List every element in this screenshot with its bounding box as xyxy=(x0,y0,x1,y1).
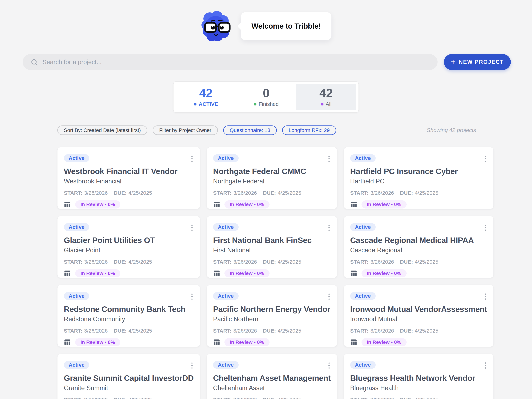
progress-status-pill: In Review • 0% xyxy=(361,269,407,277)
project-card[interactable]: Active Cascade Regional Medical HIPAA Ca… xyxy=(344,216,494,278)
welcome-text: Welcome to Tribble! xyxy=(252,22,321,30)
longform-rfx-chip[interactable]: Longform RFx: 29 xyxy=(282,125,336,135)
project-dates: START: 3/26/2026 DUE: 4/25/2025 xyxy=(350,328,487,334)
due-date: 4/25/2025 xyxy=(415,328,438,334)
project-card[interactable]: Active Westbrook Financial IT Vendor Wes… xyxy=(57,147,200,209)
start-date: 3/26/2026 xyxy=(84,259,108,265)
sort-by-chip[interactable]: Sort By: Created Date (latest first) xyxy=(57,125,147,135)
project-card[interactable]: Active Hartfield PC Insurance Cyber Hart… xyxy=(344,147,494,209)
due-label: DUE: xyxy=(114,190,127,196)
project-owner: Hartfield PC xyxy=(350,177,487,185)
project-card[interactable]: Active Glacier Point Utilities OT Glacie… xyxy=(57,216,200,278)
project-owner: Westbrook Financial xyxy=(64,177,194,185)
due-label: DUE: xyxy=(400,397,413,399)
due-date: 4/25/2025 xyxy=(128,190,152,196)
status-badge: Active xyxy=(213,223,239,231)
start-label: START: xyxy=(64,259,82,265)
stat-all-value: 42 xyxy=(319,87,333,99)
project-title: Cascade Regional Medical HIPAA xyxy=(350,236,487,245)
due-date: 4/25/2025 xyxy=(128,397,152,399)
project-dates: START: 3/26/2026 DUE: 4/25/2025 xyxy=(64,328,194,334)
project-owner: Bluegrass Health xyxy=(350,384,487,392)
kebab-menu-icon[interactable] xyxy=(327,154,331,163)
project-card[interactable]: Active Northgate Federal CMMC Northgate … xyxy=(207,147,337,209)
kebab-menu-icon[interactable] xyxy=(327,361,331,370)
project-title: Hartfield PC Insurance Cyber xyxy=(350,167,487,176)
project-dates: START: 3/26/2026 DUE: 4/25/2025 xyxy=(213,259,331,265)
kebab-menu-icon[interactable] xyxy=(190,361,194,370)
due-label: DUE: xyxy=(263,259,276,265)
start-label: START: xyxy=(64,190,82,196)
progress-status-pill: In Review • 0% xyxy=(361,200,407,208)
project-card[interactable]: Active Pacific Northern Energy Vendor Pa… xyxy=(207,285,337,347)
start-label: START: xyxy=(350,190,369,196)
due-date: 4/25/2025 xyxy=(278,328,301,334)
table-icon xyxy=(213,201,220,208)
stat-active[interactable]: 42 ACTIVE xyxy=(176,84,236,110)
start-date: 3/26/2026 xyxy=(370,259,394,265)
search-input[interactable] xyxy=(23,54,437,70)
progress-status-pill: In Review • 0% xyxy=(75,200,120,208)
due-label: DUE: xyxy=(263,190,276,196)
table-icon xyxy=(213,270,220,277)
start-date: 3/26/2026 xyxy=(233,397,257,399)
status-badge: Active xyxy=(350,223,376,231)
progress-status-pill: In Review • 0% xyxy=(224,269,270,277)
kebab-menu-icon[interactable] xyxy=(484,154,487,163)
due-date: 4/25/2025 xyxy=(128,328,152,334)
kebab-menu-icon[interactable] xyxy=(190,223,194,232)
project-card[interactable]: Active First National Bank FinSec First … xyxy=(207,216,337,278)
start-date: 3/26/2026 xyxy=(84,328,108,334)
stat-finished-value: 0 xyxy=(263,87,270,99)
kebab-menu-icon[interactable] xyxy=(484,223,487,232)
hero-header: Welcome to Tribble! xyxy=(0,0,532,42)
start-date: 3/26/2026 xyxy=(370,328,394,334)
project-owner: Northgate Federal xyxy=(213,177,331,185)
project-card[interactable]: Active Granite Summit Capital InvestorDD… xyxy=(57,354,200,399)
start-label: START: xyxy=(64,328,82,334)
table-icon xyxy=(213,339,220,346)
start-label: START: xyxy=(64,397,82,399)
project-dates: START: 3/26/2026 DUE: 4/25/2025 xyxy=(213,397,331,399)
kebab-menu-icon[interactable] xyxy=(484,292,487,301)
kebab-menu-icon[interactable] xyxy=(327,223,331,232)
project-card[interactable]: Active Ironwood Mutual VendorAssessment … xyxy=(344,285,494,347)
start-label: START: xyxy=(213,190,232,196)
project-title: Ironwood Mutual VendorAssessment xyxy=(350,305,487,314)
project-card[interactable]: Active Cheltenham Asset Management Chelt… xyxy=(207,354,337,399)
project-title: Glacier Point Utilities OT xyxy=(64,236,194,245)
status-badge: Active xyxy=(350,292,376,300)
project-owner: Ironwood Mutual xyxy=(350,315,487,323)
progress-status-pill: In Review • 0% xyxy=(75,269,120,277)
filter-owner-chip[interactable]: Filter by Project Owner xyxy=(153,125,218,135)
start-label: START: xyxy=(350,259,369,265)
start-label: START: xyxy=(213,397,232,399)
project-card[interactable]: Active Bluegrass Health Network Vendor B… xyxy=(344,354,494,399)
table-icon xyxy=(350,201,357,208)
start-date: 3/26/2026 xyxy=(84,397,108,399)
due-date: 4/25/2025 xyxy=(128,259,152,265)
start-date: 3/26/2026 xyxy=(370,397,394,399)
project-dates: START: 3/26/2026 DUE: 4/25/2025 xyxy=(64,397,194,399)
search-bar[interactable] xyxy=(23,54,437,70)
new-project-label: NEW PROJECT xyxy=(459,59,504,65)
due-date: 4/25/2025 xyxy=(278,397,301,399)
start-label: START: xyxy=(213,328,232,334)
kebab-menu-icon[interactable] xyxy=(327,292,331,301)
stat-all[interactable]: 42 All xyxy=(296,84,356,110)
kebab-menu-icon[interactable] xyxy=(190,292,194,301)
project-dates: START: 3/26/2026 DUE: 4/25/2025 xyxy=(350,190,487,196)
project-title: Redstone Community Bank Tech xyxy=(64,305,194,314)
kebab-menu-icon[interactable] xyxy=(190,154,194,163)
status-badge: Active xyxy=(213,154,239,162)
new-project-button[interactable]: + NEW PROJECT xyxy=(444,54,511,70)
kebab-menu-icon[interactable] xyxy=(484,361,487,370)
questionnaire-chip[interactable]: Questionnaire: 13 xyxy=(223,125,277,135)
project-owner: Pacific Northern xyxy=(213,315,331,323)
stat-finished[interactable]: 0 Finished xyxy=(236,84,296,110)
progress-status-pill: In Review • 0% xyxy=(224,200,270,208)
project-dates: START: 3/26/2026 DUE: 4/25/2025 xyxy=(64,190,194,196)
filters-row: Sort By: Created Date (latest first) Fil… xyxy=(57,125,476,135)
project-card[interactable]: Active Redstone Community Bank Tech Reds… xyxy=(57,285,200,347)
showing-projects-count: Showing 42 projects xyxy=(427,127,476,133)
